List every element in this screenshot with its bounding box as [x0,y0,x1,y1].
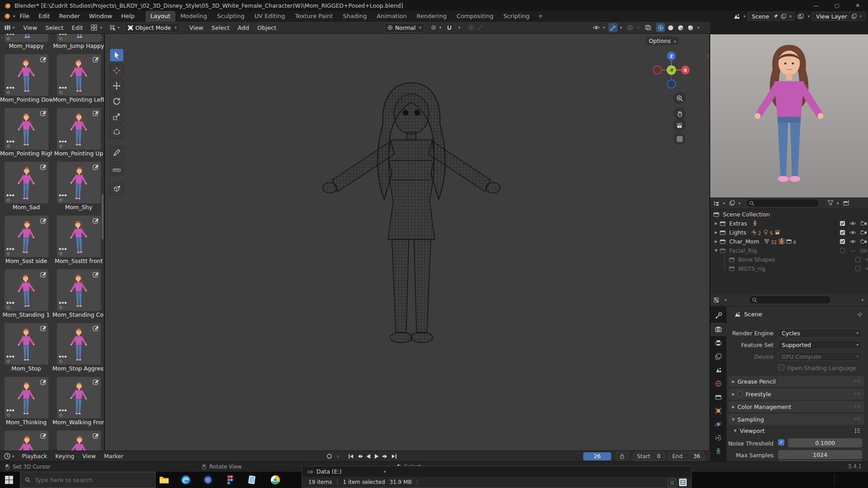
toggle-perspective-button[interactable] [673,132,686,145]
tab-rendering[interactable]: Rendering [412,11,452,22]
viewport-menu-object[interactable]: Object [253,24,280,31]
asset-item[interactable]: ◆▪◆◇Mom_Sssttt front [52,215,105,268]
current-frame-field[interactable]: 26 [583,452,611,460]
scene-icon[interactable] [733,13,741,20]
properties-tab-world[interactable] [710,377,726,390]
render-visibility-icon[interactable] [860,230,867,235]
expand-arrow-icon[interactable]: ▶ [713,239,719,244]
falloff-icon[interactable] [476,23,485,32]
properties-tab-scene[interactable] [710,363,726,377]
editor-type-viewport-icon[interactable] [108,24,116,31]
taskbar-app-figma[interactable] [225,474,236,485]
exclude-checkbox[interactable] [840,239,845,244]
taskbar-search[interactable] [20,472,156,488]
taskbar-app-chrome[interactable] [270,474,281,485]
feature-set-dropdown[interactable]: Supported▾ [778,340,862,349]
snap-magnet-icon[interactable] [445,23,454,32]
copy-icon[interactable] [851,14,857,19]
unlink-icon[interactable]: ✕ [788,14,792,19]
viewport-menu-select[interactable]: Select [208,24,234,31]
menu-render[interactable]: Render [54,11,84,22]
device-dropdown[interactable]: GPU Compute▾ [778,352,862,361]
preset-list-icon[interactable] [854,427,861,433]
snap-settings-icon[interactable]: ▾ [454,23,463,32]
outliner-search[interactable] [746,199,819,207]
show-gizmo-toggle[interactable] [609,23,618,32]
search-input[interactable] [34,476,144,484]
visibility-eye-icon[interactable] [849,248,856,253]
pivot-point-icon[interactable] [429,23,438,32]
object-visibility-icon[interactable] [592,23,601,32]
asset-item[interactable]: ◆▪◆◇Mom_Happy [0,34,52,53]
visibility-eye-icon[interactable] [849,230,856,235]
viewport-menu-view[interactable]: View [185,24,208,31]
new-collection-icon[interactable] [843,200,850,206]
render-engine-dropdown[interactable]: Cycles▾ [778,328,862,338]
properties-options-icon[interactable]: ▾ [861,298,863,302]
menu-edit[interactable]: Edit [34,11,54,22]
asset-menu-edit[interactable]: Edit [68,24,87,31]
edit-pose-icon[interactable] [40,217,47,224]
transport-play-button[interactable] [373,453,381,460]
tool-move-button[interactable] [109,79,124,93]
tab-scripting[interactable]: Scripting [498,11,534,22]
edit-pose-icon[interactable] [40,325,47,331]
viewport-3d[interactable]: Options ▾ Z X -Y ‹ [105,34,710,450]
pin-icon[interactable] [857,312,863,317]
outliner-display-icon[interactable] [729,200,736,206]
edit-pose-icon[interactable] [93,432,99,439]
asset-item[interactable]: ◆▪◆◇ [52,430,105,450]
outliner-row[interactable]: Bone Shapes [710,255,868,264]
menu-help[interactable]: Help [117,11,139,22]
xray-toggle[interactable] [643,23,652,32]
display-mode-icon[interactable] [90,24,98,31]
taskbar-app-photos[interactable] [247,474,258,485]
tab-animation[interactable]: Animation [372,11,411,22]
panel-color-management[interactable]: ▶Color Management⠿⠿ [728,401,864,412]
filter-icon[interactable] [827,200,834,206]
edit-pose-icon[interactable] [40,56,47,62]
tab-uv-editing[interactable]: UV Editing [250,11,290,22]
transport-prevkey-button[interactable] [356,453,363,460]
asset-item[interactable]: ◆▪◆◇ [0,430,52,450]
exclude-checkbox[interactable] [855,266,861,272]
wireframe-character[interactable] [314,70,509,355]
view-layer-selector[interactable]: View Layer ✕ [811,12,865,21]
asset-item[interactable]: ◆▪◆◇Mom_Pointing Left [52,53,105,107]
asset-scrollbar[interactable] [102,194,104,239]
thumbnail-view-button[interactable] [679,479,687,486]
noise-threshold-checkbox[interactable]: ✓ [778,439,784,446]
timeline-menu-marker[interactable]: Marker [100,453,127,460]
edit-pose-icon[interactable] [93,56,99,62]
asset-item[interactable]: ◆▪◆◇Mom_Standing Co... [52,268,105,322]
shading-wireframe-button[interactable] [656,23,665,32]
panel-sampling-viewport[interactable]: ▼Viewport [734,427,764,434]
blender-menu-icon[interactable] [4,13,12,20]
frame-end-field[interactable]: End36 [668,452,704,461]
close-button[interactable]: ✕ [847,0,868,11]
properties-search[interactable] [749,296,831,304]
zoom-view-button[interactable] [673,92,686,104]
edit-pose-icon[interactable] [40,379,47,385]
properties-tab-object[interactable] [710,404,726,418]
shading-material-button[interactable] [676,23,685,32]
asset-menu-select[interactable]: Select [41,24,67,31]
asset-menu-view[interactable]: View [19,24,42,31]
asset-item[interactable]: ◆▪◆◇Mom_Sad [0,161,52,215]
editor-type-properties-icon[interactable] [713,297,720,303]
view-layer-icon[interactable] [797,13,805,20]
noise-threshold-field[interactable]: 0.1000 [788,438,862,447]
options-button[interactable]: Options ▾ [645,37,679,45]
taskbar-app-media[interactable] [203,474,213,485]
add-workspace-button[interactable]: + [534,11,547,22]
region-corner-icon[interactable]: ‹ [100,35,102,40]
tool-scale-button[interactable] [109,110,124,123]
transport-nextkey-button[interactable] [382,453,389,460]
visibility-eye-icon[interactable] [849,239,856,244]
properties-tab-tool[interactable] [710,309,726,323]
sidebar-collapse-icon[interactable]: ‹ [707,53,708,59]
menu-window[interactable]: Window [85,11,117,22]
visibility-eye-icon[interactable] [849,221,856,226]
camera-view-button[interactable] [673,119,686,131]
transport-revplay-button[interactable] [364,453,372,460]
